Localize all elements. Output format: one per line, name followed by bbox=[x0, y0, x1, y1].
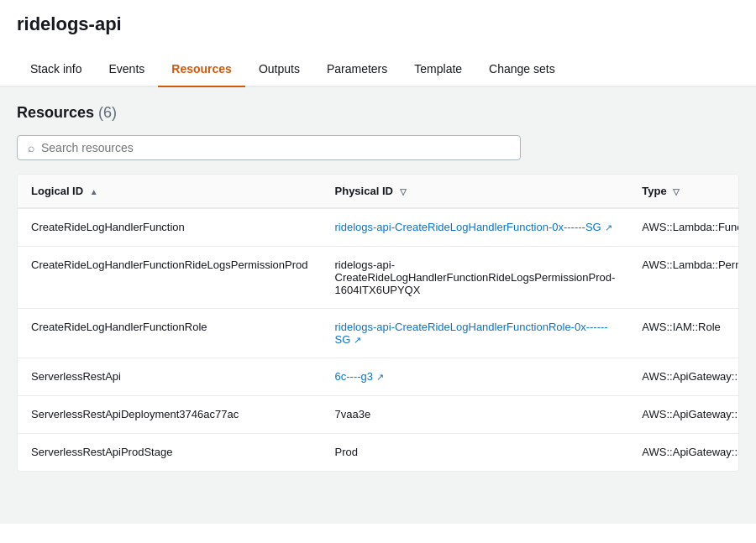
tab-template[interactable]: Template bbox=[401, 52, 475, 87]
table-row: ServerlessRestApiProdStageProdAWS::ApiGa… bbox=[18, 434, 739, 472]
cell-logical-id: CreateRideLogHandlerFunctionRole bbox=[18, 309, 322, 358]
table-row: CreateRideLogHandlerFunctionridelogs-api… bbox=[18, 208, 739, 247]
sort-icon-type: ▽ bbox=[673, 187, 680, 196]
external-link-icon: ↗ bbox=[354, 335, 361, 346]
cell-type: AWS::IAM::Role bbox=[628, 309, 739, 358]
col-header-type[interactable]: Type ▽ bbox=[628, 175, 739, 208]
tab-events[interactable]: Events bbox=[95, 52, 158, 87]
cell-logical-id: CreateRideLogHandlerFunctionRideLogsPerm… bbox=[18, 247, 322, 309]
tab-parameters[interactable]: Parameters bbox=[313, 52, 401, 87]
cell-physical-id[interactable]: ridelogs-api-CreateRideLogHandlerFunctio… bbox=[322, 309, 629, 358]
physical-id-link[interactable]: 6c----g3 bbox=[335, 370, 374, 383]
section-title: Resources (6) bbox=[17, 104, 739, 122]
external-link-icon: ↗ bbox=[376, 372, 384, 383]
cell-physical-id: ridelogs-api-CreateRideLogHandlerFunctio… bbox=[322, 247, 629, 309]
cell-physical-id: 7vaa3e bbox=[322, 396, 629, 434]
table-row: ServerlessRestApiDeployment3746ac77ac7va… bbox=[18, 396, 739, 434]
external-link-icon: ↗ bbox=[605, 222, 612, 233]
cell-type: AWS::ApiGateway::RestApi bbox=[628, 358, 739, 396]
cell-physical-id: Prod bbox=[322, 434, 629, 472]
table-row: CreateRideLogHandlerFunctionRoleridelogs… bbox=[18, 309, 739, 358]
cell-type: AWS::ApiGateway::Stage bbox=[628, 434, 739, 472]
tab-resources[interactable]: Resources bbox=[158, 52, 245, 87]
table-row: CreateRideLogHandlerFunctionRideLogsPerm… bbox=[18, 247, 739, 309]
cell-physical-id[interactable]: ridelogs-api-CreateRideLogHandlerFunctio… bbox=[322, 208, 629, 247]
cell-logical-id: CreateRideLogHandlerFunction bbox=[18, 208, 322, 247]
physical-id-link[interactable]: ridelogs-api-CreateRideLogHandlerFunctio… bbox=[335, 221, 601, 233]
tab-outputs[interactable]: Outputs bbox=[245, 52, 313, 87]
tabs-nav: Stack infoEventsResourcesOutputsParamete… bbox=[0, 52, 756, 87]
cell-logical-id: ServerlessRestApiDeployment3746ac77ac bbox=[18, 396, 322, 434]
sort-desc-icon: ▽ bbox=[400, 187, 407, 196]
table-row: ServerlessRestApi6c----g3↗AWS::ApiGatewa… bbox=[18, 358, 739, 396]
col-header-logical-id[interactable]: Logical ID ▲ bbox=[18, 175, 322, 208]
search-input[interactable] bbox=[41, 141, 510, 154]
cell-logical-id: ServerlessRestApi bbox=[18, 358, 322, 396]
resources-table-container: Logical ID ▲ Physical ID ▽ Type ▽ Status bbox=[17, 174, 739, 472]
col-header-physical-id[interactable]: Physical ID ▽ bbox=[322, 175, 629, 208]
search-icon: ⌕ bbox=[28, 141, 34, 154]
cell-type: AWS::ApiGateway::Deployment bbox=[628, 396, 739, 434]
page-title: ridelogs-api bbox=[17, 13, 739, 35]
content-area: Resources (6) ⌕ Logical ID ▲ Physical ID… bbox=[0, 87, 756, 524]
tab-change-sets[interactable]: Change sets bbox=[475, 52, 569, 87]
resources-table: Logical ID ▲ Physical ID ▽ Type ▽ Status bbox=[18, 175, 739, 471]
search-bar: ⌕ bbox=[17, 135, 521, 160]
table-header-row: Logical ID ▲ Physical ID ▽ Type ▽ Status bbox=[18, 175, 739, 208]
cell-type: AWS::Lambda::Permission bbox=[628, 247, 739, 309]
resource-count: (6) bbox=[98, 104, 117, 121]
sort-asc-icon: ▲ bbox=[90, 187, 98, 196]
cell-logical-id: ServerlessRestApiProdStage bbox=[18, 434, 322, 472]
physical-id-link[interactable]: ridelogs-api-CreateRideLogHandlerFunctio… bbox=[335, 321, 608, 346]
cell-physical-id[interactable]: 6c----g3↗ bbox=[322, 358, 629, 396]
cell-type: AWS::Lambda::Function bbox=[628, 208, 739, 247]
tab-stack-info[interactable]: Stack info bbox=[17, 52, 95, 87]
